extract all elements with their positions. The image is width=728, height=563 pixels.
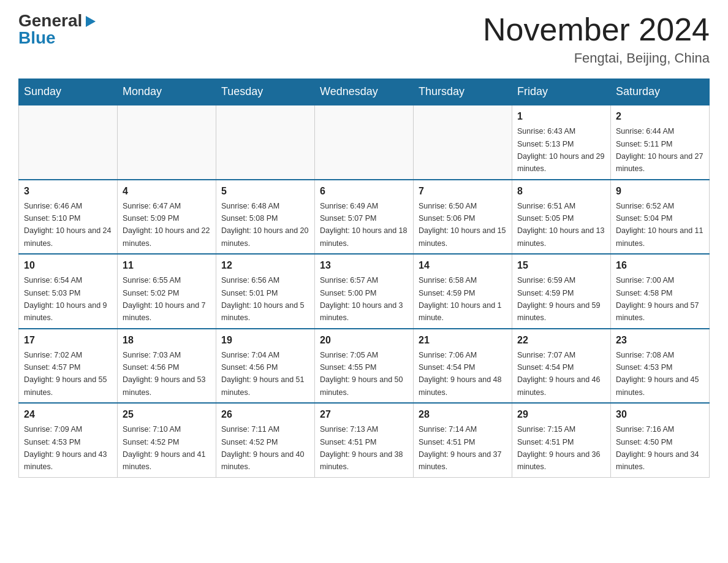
day-cell: 7Sunrise: 6:50 AMSunset: 5:06 PMDaylight… [414,180,512,255]
day-info: Sunrise: 7:13 AMSunset: 4:51 PMDaylight:… [320,425,403,471]
header: General Blue November 2024 Fengtai, Beij… [18,12,710,66]
day-info: Sunrise: 7:07 AMSunset: 4:54 PMDaylight:… [517,351,601,397]
day-number: 23 [616,333,704,348]
day-number: 24 [24,407,112,422]
day-cell: 29Sunrise: 7:15 AMSunset: 4:51 PMDayligh… [512,403,611,477]
weekday-header-sunday: Sunday [19,79,118,105]
day-cell: 21Sunrise: 7:06 AMSunset: 4:54 PMDayligh… [414,329,512,404]
day-cell: 2Sunrise: 6:44 AMSunset: 5:11 PMDaylight… [611,105,710,180]
day-number: 8 [517,184,605,199]
day-number: 25 [123,407,211,422]
location-title: Fengtai, Beijing, China [483,50,710,66]
logo: General Blue [18,12,97,47]
day-info: Sunrise: 6:56 AMSunset: 5:01 PMDaylight:… [221,276,305,322]
day-number: 2 [616,109,704,124]
week-row-1: 1Sunrise: 6:43 AMSunset: 5:13 PMDaylight… [19,105,710,180]
day-cell: 10Sunrise: 6:54 AMSunset: 5:03 PMDayligh… [19,254,118,329]
logo-arrow-icon [83,15,97,28]
day-number: 11 [123,258,211,273]
day-number: 30 [616,407,704,422]
day-cell: 1Sunrise: 6:43 AMSunset: 5:13 PMDaylight… [512,105,611,180]
weekday-header-monday: Monday [118,79,216,105]
day-cell [414,105,512,180]
day-cell: 24Sunrise: 7:09 AMSunset: 4:53 PMDayligh… [19,403,118,477]
day-cell: 28Sunrise: 7:14 AMSunset: 4:51 PMDayligh… [414,403,512,477]
day-number: 15 [517,258,605,273]
logo-general-text: General [18,12,82,29]
day-number: 4 [123,184,211,199]
day-number: 1 [517,109,605,124]
day-info: Sunrise: 7:02 AMSunset: 4:57 PMDaylight:… [24,351,107,397]
day-number: 29 [517,407,605,422]
day-cell [19,105,118,180]
weekday-header-tuesday: Tuesday [216,79,315,105]
day-number: 7 [419,184,507,199]
day-info: Sunrise: 7:04 AMSunset: 4:56 PMDaylight:… [221,351,305,397]
day-cell [216,105,315,180]
day-cell: 19Sunrise: 7:04 AMSunset: 4:56 PMDayligh… [216,329,315,404]
day-cell: 17Sunrise: 7:02 AMSunset: 4:57 PMDayligh… [19,329,118,404]
week-row-3: 10Sunrise: 6:54 AMSunset: 5:03 PMDayligh… [19,254,710,329]
day-cell: 14Sunrise: 6:58 AMSunset: 4:59 PMDayligh… [414,254,512,329]
day-info: Sunrise: 7:08 AMSunset: 4:53 PMDaylight:… [616,351,699,397]
day-cell [118,105,216,180]
day-info: Sunrise: 6:52 AMSunset: 5:04 PMDaylight:… [616,202,703,248]
day-cell: 13Sunrise: 6:57 AMSunset: 5:00 PMDayligh… [315,254,414,329]
day-info: Sunrise: 7:05 AMSunset: 4:55 PMDaylight:… [320,351,403,397]
day-info: Sunrise: 7:16 AMSunset: 4:50 PMDaylight:… [616,425,699,471]
day-info: Sunrise: 7:09 AMSunset: 4:53 PMDaylight:… [24,425,107,471]
day-info: Sunrise: 7:11 AMSunset: 4:52 PMDaylight:… [221,425,305,471]
day-cell: 16Sunrise: 7:00 AMSunset: 4:58 PMDayligh… [611,254,710,329]
day-cell: 12Sunrise: 6:56 AMSunset: 5:01 PMDayligh… [216,254,315,329]
weekday-header-row: SundayMondayTuesdayWednesdayThursdayFrid… [19,79,710,105]
day-cell: 4Sunrise: 6:47 AMSunset: 5:09 PMDaylight… [118,180,216,255]
week-row-4: 17Sunrise: 7:02 AMSunset: 4:57 PMDayligh… [19,329,710,404]
day-cell: 25Sunrise: 7:10 AMSunset: 4:52 PMDayligh… [118,403,216,477]
day-cell: 18Sunrise: 7:03 AMSunset: 4:56 PMDayligh… [118,329,216,404]
day-number: 16 [616,258,704,273]
calendar: SundayMondayTuesdayWednesdayThursdayFrid… [18,79,710,478]
day-info: Sunrise: 7:15 AMSunset: 4:51 PMDaylight:… [517,425,601,471]
day-number: 26 [221,407,309,422]
day-cell: 15Sunrise: 6:59 AMSunset: 4:59 PMDayligh… [512,254,611,329]
day-info: Sunrise: 6:54 AMSunset: 5:03 PMDaylight:… [24,276,107,322]
day-info: Sunrise: 7:14 AMSunset: 4:51 PMDaylight:… [419,425,502,471]
day-info: Sunrise: 6:59 AMSunset: 4:59 PMDaylight:… [517,276,601,322]
day-cell: 5Sunrise: 6:48 AMSunset: 5:08 PMDaylight… [216,180,315,255]
week-row-2: 3Sunrise: 6:46 AMSunset: 5:10 PMDaylight… [19,180,710,255]
title-area: November 2024 Fengtai, Beijing, China [483,12,710,66]
day-info: Sunrise: 6:46 AMSunset: 5:10 PMDaylight:… [24,202,111,248]
day-cell: 20Sunrise: 7:05 AMSunset: 4:55 PMDayligh… [315,329,414,404]
day-number: 27 [320,407,408,422]
day-number: 18 [123,333,211,348]
day-info: Sunrise: 6:48 AMSunset: 5:08 PMDaylight:… [221,202,308,248]
day-number: 6 [320,184,408,199]
day-cell: 23Sunrise: 7:08 AMSunset: 4:53 PMDayligh… [611,329,710,404]
day-info: Sunrise: 7:03 AMSunset: 4:56 PMDaylight:… [123,351,206,397]
day-cell: 26Sunrise: 7:11 AMSunset: 4:52 PMDayligh… [216,403,315,477]
week-row-5: 24Sunrise: 7:09 AMSunset: 4:53 PMDayligh… [19,403,710,477]
svg-marker-0 [86,16,96,27]
weekday-header-wednesday: Wednesday [315,79,414,105]
weekday-header-thursday: Thursday [414,79,512,105]
weekday-header-saturday: Saturday [611,79,710,105]
day-info: Sunrise: 6:49 AMSunset: 5:07 PMDaylight:… [320,202,407,248]
day-cell: 3Sunrise: 6:46 AMSunset: 5:10 PMDaylight… [19,180,118,255]
day-cell: 22Sunrise: 7:07 AMSunset: 4:54 PMDayligh… [512,329,611,404]
day-number: 9 [616,184,704,199]
day-cell: 9Sunrise: 6:52 AMSunset: 5:04 PMDaylight… [611,180,710,255]
day-number: 28 [419,407,507,422]
day-info: Sunrise: 6:43 AMSunset: 5:13 PMDaylight:… [517,127,604,173]
day-cell: 6Sunrise: 6:49 AMSunset: 5:07 PMDaylight… [315,180,414,255]
day-info: Sunrise: 7:06 AMSunset: 4:54 PMDaylight:… [419,351,502,397]
month-title: November 2024 [483,12,710,47]
day-info: Sunrise: 6:51 AMSunset: 5:05 PMDaylight:… [517,202,604,248]
day-info: Sunrise: 6:47 AMSunset: 5:09 PMDaylight:… [123,202,210,248]
day-info: Sunrise: 6:50 AMSunset: 5:06 PMDaylight:… [419,202,506,248]
day-info: Sunrise: 7:00 AMSunset: 4:58 PMDaylight:… [616,276,699,322]
day-number: 12 [221,258,309,273]
day-number: 20 [320,333,408,348]
day-number: 5 [221,184,309,199]
day-number: 19 [221,333,309,348]
day-info: Sunrise: 7:10 AMSunset: 4:52 PMDaylight:… [123,425,206,471]
